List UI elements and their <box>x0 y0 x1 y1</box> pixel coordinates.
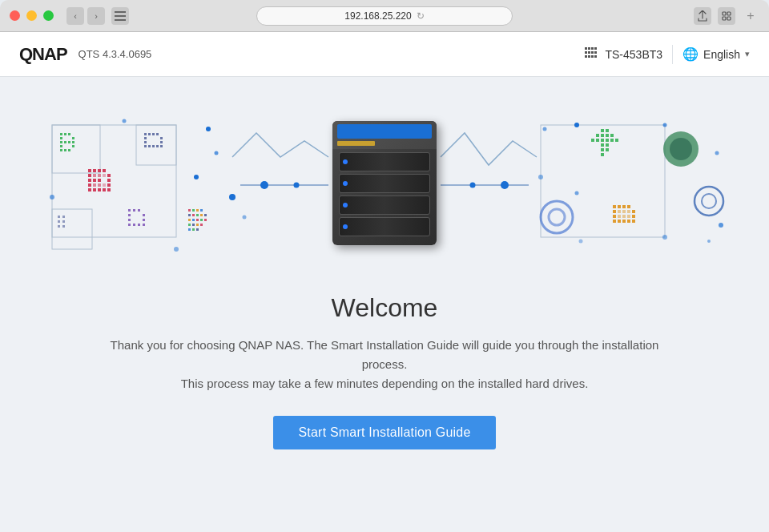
svg-rect-123 <box>192 228 195 231</box>
svg-rect-7 <box>585 47 587 50</box>
svg-rect-52 <box>68 133 70 135</box>
svg-rect-53 <box>60 137 62 139</box>
svg-point-145 <box>541 201 573 233</box>
svg-rect-47 <box>93 183 96 187</box>
svg-rect-60 <box>72 145 74 147</box>
svg-rect-106 <box>196 209 199 212</box>
svg-rect-42 <box>103 188 106 191</box>
tab-overview-button[interactable] <box>718 7 735 25</box>
svg-rect-12 <box>588 51 590 54</box>
address-bar[interactable]: 192.168.25.220 ↻ <box>256 6 513 26</box>
svg-rect-136 <box>610 139 614 142</box>
svg-rect-59 <box>60 145 62 147</box>
start-installation-button[interactable]: Start Smart Installation Guide <box>273 416 497 449</box>
svg-rect-109 <box>192 214 195 216</box>
svg-rect-67 <box>152 133 155 135</box>
minimize-button[interactable] <box>26 10 37 21</box>
nav-buttons: ‹ › <box>66 7 105 25</box>
svg-point-101 <box>243 216 247 220</box>
svg-rect-139 <box>606 143 609 147</box>
svg-point-144 <box>670 138 692 160</box>
svg-rect-153 <box>613 215 616 218</box>
svg-point-96 <box>206 127 211 131</box>
maximize-button[interactable] <box>43 10 54 21</box>
svg-rect-16 <box>588 55 590 58</box>
svg-rect-117 <box>204 219 207 221</box>
svg-point-22 <box>501 181 509 189</box>
svg-rect-5 <box>723 17 726 20</box>
svg-point-23 <box>294 183 300 188</box>
svg-rect-32 <box>107 174 111 177</box>
language-selector[interactable]: 🌐 English ▾ <box>682 46 750 62</box>
svg-rect-8 <box>588 47 590 50</box>
svg-rect-10 <box>594 47 597 50</box>
svg-rect-158 <box>627 220 630 223</box>
svg-rect-76 <box>156 145 159 147</box>
chevron-down-icon: ▾ <box>745 49 750 59</box>
navbar-right: TS-453BT3 🌐 English ▾ <box>584 45 750 64</box>
svg-rect-18 <box>594 55 597 58</box>
svg-point-100 <box>229 194 236 200</box>
svg-rect-159 <box>632 220 635 223</box>
svg-point-174 <box>662 235 667 240</box>
svg-point-167 <box>702 194 716 208</box>
traffic-lights <box>10 10 54 21</box>
svg-rect-51 <box>64 133 66 135</box>
svg-rect-25 <box>52 125 176 237</box>
svg-rect-35 <box>98 179 101 182</box>
svg-rect-126 <box>601 129 604 132</box>
svg-rect-157 <box>622 220 626 223</box>
svg-rect-156 <box>618 220 621 223</box>
svg-rect-61 <box>60 149 62 151</box>
svg-rect-27 <box>88 169 91 172</box>
svg-rect-77 <box>160 145 163 147</box>
svg-rect-138 <box>601 143 604 147</box>
welcome-description: Thank you for choosing QNAP NAS. The Sma… <box>104 336 665 393</box>
svg-rect-11 <box>585 51 587 54</box>
svg-rect-1 <box>115 15 126 17</box>
welcome-title: Welcome <box>104 293 665 323</box>
svg-rect-79 <box>133 209 135 212</box>
svg-rect-133 <box>596 139 599 142</box>
close-button[interactable] <box>10 10 20 21</box>
back-button[interactable]: ‹ <box>66 7 84 25</box>
main-content: Welcome Thank you for choosing QNAP NAS.… <box>0 77 769 532</box>
svg-rect-44 <box>93 174 96 177</box>
svg-rect-140 <box>601 148 604 151</box>
globe-icon: 🌐 <box>682 46 699 62</box>
svg-rect-104 <box>188 209 191 212</box>
svg-rect-0 <box>115 11 126 13</box>
svg-rect-155 <box>613 220 616 223</box>
svg-rect-31 <box>88 174 91 177</box>
svg-rect-82 <box>143 214 145 216</box>
language-label: English <box>703 48 740 61</box>
svg-point-171 <box>715 151 719 155</box>
new-tab-button[interactable]: + <box>742 7 759 25</box>
svg-rect-90 <box>58 216 60 218</box>
svg-rect-38 <box>107 183 111 187</box>
svg-rect-137 <box>615 139 618 142</box>
svg-rect-15 <box>585 55 587 58</box>
refresh-button[interactable]: ↻ <box>417 10 425 22</box>
svg-rect-75 <box>152 145 155 147</box>
right-decoration <box>533 105 725 268</box>
svg-rect-93 <box>62 220 65 223</box>
svg-rect-89 <box>52 209 92 249</box>
sidebar-toggle[interactable] <box>111 7 129 25</box>
url-text: 192.168.25.220 <box>344 10 411 22</box>
share-button[interactable] <box>694 7 711 25</box>
svg-rect-74 <box>148 145 151 147</box>
svg-rect-119 <box>192 224 195 226</box>
svg-point-168 <box>543 127 547 131</box>
svg-point-172 <box>538 175 543 179</box>
svg-rect-40 <box>93 188 96 191</box>
svg-point-102 <box>50 195 54 200</box>
svg-rect-142 <box>601 153 604 156</box>
forward-button[interactable]: › <box>87 7 105 25</box>
svg-rect-149 <box>622 205 626 208</box>
svg-point-175 <box>579 240 583 244</box>
logo-area: QNAP QTS 4.3.4.0695 <box>19 44 151 65</box>
svg-rect-141 <box>606 148 609 151</box>
svg-rect-147 <box>613 205 616 208</box>
svg-rect-105 <box>192 209 195 212</box>
